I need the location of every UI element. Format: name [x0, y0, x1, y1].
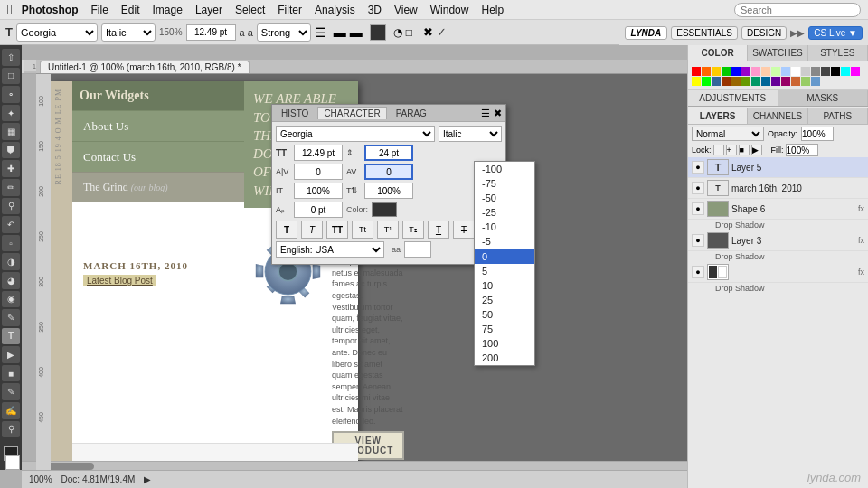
design-button[interactable]: DESIGN — [741, 26, 787, 40]
toggle-panels-icon[interactable]: □ — [406, 26, 412, 39]
paths-tab[interactable]: PATHS — [808, 108, 868, 124]
search-input[interactable] — [734, 3, 861, 17]
tracking-option-200[interactable]: 200 — [475, 351, 534, 365]
blog-link-text[interactable]: Latest Blog Post — [83, 275, 156, 286]
language-select[interactable]: English: USA — [276, 241, 384, 258]
cancel-type-icon[interactable]: ✖ — [423, 25, 433, 39]
history-brush-tool[interactable]: ↶ — [2, 216, 20, 233]
color-swatch[interactable] — [751, 77, 760, 86]
align-left-icon[interactable]: ☰ — [315, 25, 326, 40]
marquee-tool[interactable]: □ — [2, 68, 20, 85]
strikethrough-button[interactable]: T — [453, 221, 475, 239]
gradient-tool[interactable]: ◑ — [2, 253, 20, 270]
histo-tab[interactable]: HISTO — [276, 108, 314, 119]
opacity-input[interactable] — [801, 127, 834, 141]
channels-tab[interactable]: CHANNELS — [748, 108, 807, 124]
all-caps-button[interactable]: TT — [326, 221, 348, 239]
masks-tab[interactable]: MASKS — [778, 90, 869, 106]
font-size-field[interactable] — [294, 145, 343, 161]
color-swatch[interactable] — [801, 77, 810, 86]
color-swatch[interactable] — [741, 77, 750, 86]
tracking-option-100[interactable]: 100 — [475, 336, 534, 351]
stamp-tool[interactable]: ⚲ — [2, 198, 20, 215]
panel-close-icon[interactable]: ✖ — [494, 108, 502, 119]
italic-button[interactable]: T — [301, 221, 323, 239]
color-tab[interactable]: COLOR — [688, 45, 748, 61]
menu-layer[interactable]: Layer — [195, 4, 222, 16]
menu-photoshop[interactable]: Photoshop — [22, 4, 79, 16]
color-swatch[interactable] — [712, 77, 721, 86]
warp-text-icon[interactable]: ◔ — [393, 26, 402, 39]
lasso-tool[interactable]: ⚬ — [2, 86, 20, 103]
color-swatch[interactable] — [761, 67, 770, 76]
color-swatch[interactable] — [702, 77, 711, 86]
layer-visibility-icon[interactable]: ● — [692, 266, 704, 278]
tracking-option-50[interactable]: 50 — [475, 307, 534, 322]
menu-help[interactable]: Help — [481, 4, 504, 16]
color-swatch[interactable] — [731, 77, 741, 86]
color-swatch[interactable] — [741, 67, 750, 76]
leading-field[interactable] — [364, 145, 413, 161]
color-swatch[interactable] — [851, 67, 860, 76]
layer-visibility-icon[interactable]: ● — [692, 234, 704, 247]
move-tool[interactable]: ⇧ — [2, 49, 20, 66]
menu-file[interactable]: File — [91, 4, 108, 16]
layer-item-3[interactable]: ● Layer 3 fx — [688, 230, 868, 251]
color-swatch[interactable] — [751, 67, 760, 76]
commit-type-icon[interactable]: ✓ — [437, 25, 447, 39]
bold-button[interactable]: T — [276, 221, 297, 239]
nav-about-us[interactable]: About Us — [72, 110, 244, 141]
lock-all-icon[interactable]: ▶ — [751, 145, 762, 155]
tracking-option-neg100[interactable]: -100 — [475, 162, 534, 176]
menu-3d[interactable]: 3D — [368, 4, 382, 16]
antialiasing-select[interactable]: Strong — [257, 23, 311, 42]
menu-edit[interactable]: Edit — [121, 4, 140, 16]
tracking-option-neg25[interactable]: -25 — [475, 205, 534, 220]
blend-mode-select[interactable]: Normal — [692, 127, 764, 141]
tracking-option-neg5[interactable]: -5 — [475, 234, 534, 249]
char-style-select[interactable]: Italic — [439, 126, 502, 142]
menu-analysis[interactable]: Analysis — [315, 4, 355, 16]
nav-contact-us[interactable]: Contact Us — [72, 141, 244, 172]
layer-item-shape6[interactable]: ● Shape 6 fx — [688, 199, 868, 220]
tracking-option-5[interactable]: 5 — [475, 264, 534, 278]
layer-item-march[interactable]: ● T march 16th, 2010 — [688, 178, 868, 199]
color-swatch-black[interactable] — [831, 67, 840, 76]
color-swatch-white[interactable] — [791, 67, 800, 76]
character-tab[interactable]: CHARACTER — [317, 107, 386, 119]
doc-arrow-icon[interactable]: ▶ — [144, 474, 151, 484]
layers-tab[interactable]: LAYERS — [688, 108, 748, 124]
path-select-tool[interactable]: ▶ — [2, 346, 20, 363]
tracking-field[interactable] — [364, 164, 413, 180]
color-swatch[interactable] — [771, 67, 780, 76]
font-style-select[interactable]: Italic — [101, 23, 156, 42]
eraser-tool[interactable]: ▫ — [2, 235, 20, 252]
cslive-button[interactable]: CS Live ▼ — [808, 26, 863, 40]
notes-tool[interactable]: ✎ — [2, 383, 20, 400]
nav-the-grind[interactable]: The Grind (our blog) — [72, 172, 244, 202]
color-swatch[interactable] — [841, 67, 850, 76]
tracking-option-75[interactable]: 75 — [475, 322, 534, 336]
tracking-option-0[interactable]: 0 — [475, 249, 534, 264]
font-family-select[interactable]: Georgia — [16, 23, 98, 42]
fill-input[interactable] — [786, 144, 818, 156]
dodge-tool[interactable]: ◉ — [2, 291, 20, 308]
color-swatch[interactable] — [791, 77, 800, 86]
pen-tool[interactable]: ✎ — [2, 309, 20, 326]
type-tool[interactable]: T — [2, 328, 20, 345]
swatches-tab[interactable]: SWATCHES — [748, 45, 807, 61]
lock-image-icon[interactable]: + — [726, 145, 737, 155]
menu-image[interactable]: Image — [153, 4, 183, 16]
background-color[interactable] — [5, 455, 20, 470]
paragraph-tab[interactable]: PARAG — [391, 108, 432, 119]
panel-menu-icon[interactable]: ☰ — [481, 108, 490, 119]
baseline-field[interactable] — [294, 202, 343, 218]
color-swatch[interactable] — [722, 67, 731, 76]
layer-item-bottom[interactable]: ● fx — [688, 262, 868, 283]
horizontal-scrollbar[interactable] — [22, 461, 687, 470]
color-swatch[interactable] — [702, 67, 711, 76]
menu-filter[interactable]: Filter — [278, 4, 302, 16]
align-right-icon[interactable]: ▬ — [350, 25, 363, 40]
color-swatch-red[interactable] — [692, 67, 701, 76]
color-swatch[interactable] — [712, 67, 721, 76]
